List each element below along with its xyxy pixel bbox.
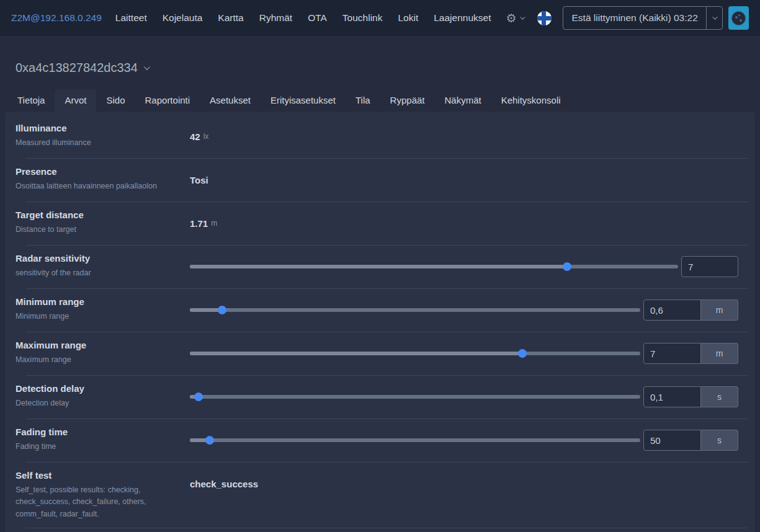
param-name: Self test [16,469,181,481]
row-self-test: Self test Self_test, possible results: c… [5,463,755,528]
chevron-down-icon [712,14,717,19]
row-detection-delay: Detection delay Detection delay s [5,376,755,419]
param-description: Fading time [16,441,181,453]
maximum-range-input[interactable] [643,343,701,364]
row-illuminance: Illuminance Measured illuminance 42 lx [5,115,755,158]
maximum-range-input-group: m [643,343,738,364]
maximum-range-slider[interactable] [190,349,640,358]
exposes-card: Illuminance Measured illuminance 42 lx P… [5,112,755,532]
slider-thumb[interactable] [518,349,527,358]
param-value: 1.71 [190,218,208,229]
row-linkquality: Linkquality Linkin laatu (signaalin voim… [5,528,755,532]
param-unit: lx [203,132,209,141]
navbar: Z2M@192.168.0.249 Laitteet Kojelauta Kar… [0,0,760,36]
nav-item-kartta[interactable]: Kartta [218,12,243,24]
param-name: Minimum range [16,296,181,307]
nav-item-touchlink[interactable]: Touchlink [342,12,383,24]
nav-item-lokit[interactable]: Lokit [398,12,418,24]
slider-thumb[interactable] [205,436,214,445]
tab-ryppaat[interactable]: Ryppäät [380,89,435,112]
moon-icon [731,11,746,25]
radar-sensitivity-input[interactable] [681,256,738,277]
tab-asetukset[interactable]: Asetukset [200,89,261,112]
slider-track[interactable] [190,308,640,312]
minimum-range-input[interactable] [643,299,701,321]
param-description: Distance to target [16,224,181,236]
param-description: Minimum range [16,311,181,322]
device-tab-bar: Tietoja Arvot Sido Raportointi Asetukset… [7,89,760,112]
param-description: Osoittaa laitteen havainneen paikallaolo… [16,180,181,192]
param-value: 42 [190,131,200,142]
param-unit: m [211,219,217,228]
unit-addon: m [701,343,738,364]
tab-erityisasetukset[interactable]: Erityisasetukset [261,89,346,112]
tab-arvot[interactable]: Arvot [55,89,96,112]
row-fading-time: Fading time Fading time s [5,419,755,462]
row-maximum-range: Maximum range Maximum range m [5,332,755,375]
param-description: Detection delay [16,397,181,409]
tab-kehityskonsoli[interactable]: Kehityskonsoli [491,89,571,112]
row-minimum-range: Minimum range Minimum range m [5,289,755,332]
chevron-down-icon [144,64,150,70]
param-name: Radar sensitivity [16,252,181,264]
nav-item-ota[interactable]: OTA [308,12,327,24]
slider-track[interactable] [190,395,640,399]
fading-time-slider[interactable] [190,436,640,445]
nav-item-laitteet[interactable]: Laitteet [115,12,147,24]
tab-raportointi[interactable]: Raportointi [135,89,200,112]
fading-time-input-group: s [643,430,738,451]
param-value: check_success [190,479,258,489]
slider-thumb[interactable] [563,262,571,271]
slider-track[interactable] [190,438,640,442]
param-name: Detection delay [16,383,181,394]
nav-item-kojelauta[interactable]: Kojelauta [163,12,203,24]
tab-sido[interactable]: Sido [96,89,135,112]
slider-fill [190,265,567,268]
param-value: Tosi [190,175,208,185]
page-title: 0xa4c13827842dc334 [16,61,138,75]
param-name: Presence [16,166,181,177]
tab-nakymat[interactable]: Näkymät [434,89,491,112]
nav-menu: Laitteet Kojelauta Kartta Ryhmät OTA Tou… [115,12,491,24]
fading-time-input[interactable] [643,430,701,451]
theme-toggle-button[interactable] [728,6,749,30]
nav-item-ryhmat[interactable]: Ryhmät [259,12,292,24]
row-target-distance: Target distance Distance to target 1.71 … [5,202,755,245]
unit-addon: s [701,430,738,451]
row-presence: Presence Osoittaa laitteen havainneen pa… [5,159,755,202]
brand-link[interactable]: Z2M@192.168.0.249 [11,12,102,24]
param-description: Maximum range [16,354,181,366]
tab-tietoja[interactable]: Tietoja [7,89,55,112]
device-title-dropdown[interactable]: 0xa4c13827842dc334 [16,61,148,75]
tab-tila[interactable]: Tila [346,89,380,112]
row-radar-sensitivity: Radar sensitivity sensitivity of the rad… [5,246,755,288]
param-name: Illuminance [16,122,181,133]
minimum-range-input-group: m [643,299,738,321]
slider-fill [190,352,522,355]
param-description: sensitivity of the radar [16,267,181,279]
permit-join-caret-button[interactable] [706,7,722,29]
detection-delay-input[interactable] [643,386,701,407]
slider-thumb[interactable] [194,392,203,401]
chevron-down-icon [521,14,525,19]
zigbee2mqtt-device-page: Z2M@192.168.0.249 Laitteet Kojelauta Kar… [0,0,760,532]
param-name: Fading time [16,426,181,437]
permit-join-label[interactable]: Estä liittyminen (Kaikki) 03:22 [563,7,705,29]
permit-join-split-button[interactable]: Estä liittyminen (Kaikki) 03:22 [563,6,722,30]
unit-addon: s [701,386,738,407]
param-name: Maximum range [16,339,181,350]
param-description: Self_test, possible results: checking, c… [16,484,181,520]
detection-delay-slider[interactable] [190,392,640,401]
radar-sensitivity-slider[interactable] [190,262,678,271]
param-description: Measured illuminance [16,137,181,149]
minimum-range-slider[interactable] [190,306,640,314]
param-name: Target distance [16,209,181,220]
gear-icon: ⚙ [506,12,516,24]
detection-delay-input-group: s [643,386,738,407]
slider-thumb[interactable] [218,306,226,314]
language-flag-finland[interactable] [537,11,552,25]
unit-addon: m [701,299,738,321]
flag-cross-vertical [542,11,546,25]
nav-item-laajennukset[interactable]: Laajennukset [434,12,491,24]
settings-dropdown[interactable]: ⚙ [506,12,524,24]
